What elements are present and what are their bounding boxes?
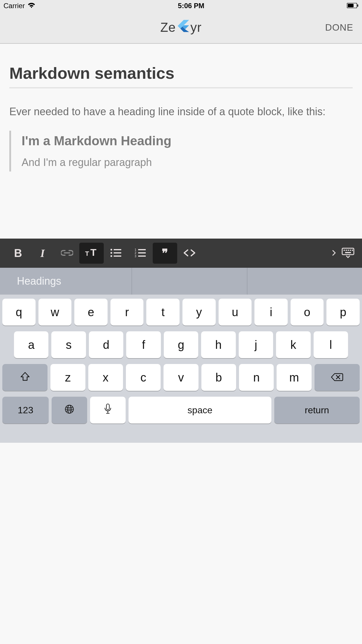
code-icon	[183, 249, 196, 258]
key-h[interactable]: h	[201, 331, 236, 358]
toolbar-expand-button[interactable]	[328, 243, 340, 264]
key-x[interactable]: x	[88, 364, 123, 391]
key-r[interactable]: r	[110, 299, 144, 326]
numbered-list-icon: 123	[135, 248, 146, 258]
key-t[interactable]: t	[146, 299, 180, 326]
svg-point-12	[110, 255, 112, 257]
keyboard-row-3: z x c v b n m	[2, 364, 360, 391]
svg-rect-26	[345, 252, 351, 253]
svg-rect-25	[352, 250, 353, 251]
key-shift[interactable]	[2, 364, 48, 391]
svg-rect-22	[346, 250, 347, 251]
italic-button[interactable]: I	[30, 243, 55, 264]
text-style-icon: T T	[85, 248, 99, 259]
quote-button[interactable]: ❞	[153, 243, 177, 264]
suggestion-1[interactable]	[132, 268, 247, 295]
quote-icon: ❞	[162, 250, 168, 256]
microphone-icon	[104, 403, 112, 417]
svg-rect-13	[114, 256, 121, 257]
keyboard-row-4: 123 space return	[2, 397, 360, 424]
blockquote-paragraph[interactable]: And I'm a regular paragraph	[22, 156, 353, 169]
key-m[interactable]: m	[277, 364, 311, 391]
svg-rect-21	[344, 250, 345, 251]
status-time: 5:06 PM	[178, 2, 204, 10]
globe-icon	[64, 404, 74, 417]
hide-keyboard-button[interactable]	[340, 243, 356, 264]
text-style-button[interactable]: T T	[79, 243, 104, 264]
svg-text:T: T	[85, 250, 89, 257]
key-u[interactable]: u	[219, 299, 252, 326]
keyboard-row-1: q w e r t y u i o p	[2, 299, 360, 326]
editor[interactable]: Markdown semantics Ever needed to have a…	[0, 44, 362, 239]
key-s[interactable]: s	[51, 331, 86, 358]
key-a[interactable]: a	[14, 331, 48, 358]
svg-text:3: 3	[135, 255, 136, 258]
key-g[interactable]: g	[164, 331, 198, 358]
key-z[interactable]: z	[50, 364, 85, 391]
status-bar: Carrier 5:06 PM	[0, 0, 362, 12]
key-l[interactable]: l	[314, 331, 348, 358]
svg-rect-17	[138, 252, 146, 253]
done-button[interactable]: DONE	[325, 22, 353, 33]
key-w[interactable]: w	[38, 299, 72, 326]
app-title-prefix: Ze	[160, 20, 176, 35]
suggestion-2[interactable]	[247, 268, 362, 295]
chevron-right-icon	[332, 250, 336, 257]
key-f[interactable]: f	[126, 331, 161, 358]
key-p[interactable]: p	[326, 299, 360, 326]
svg-text:T: T	[90, 248, 96, 258]
carrier-label: Carrier	[3, 2, 25, 10]
status-left: Carrier	[3, 2, 35, 10]
doc-intro-paragraph[interactable]: Ever needed to have a heading line insid…	[9, 104, 353, 119]
italic-icon: I	[41, 247, 45, 260]
bold-icon: B	[14, 247, 22, 260]
key-y[interactable]: y	[182, 299, 216, 326]
key-n[interactable]: n	[239, 364, 274, 391]
svg-rect-2	[357, 4, 358, 7]
link-button[interactable]	[55, 243, 79, 264]
svg-rect-20	[342, 248, 354, 255]
suggestion-bar: Headings	[0, 268, 362, 295]
svg-rect-23	[348, 250, 349, 251]
key-return[interactable]: return	[274, 397, 360, 424]
link-icon	[61, 249, 73, 257]
svg-point-8	[110, 249, 112, 251]
keyboard-row-2: a s d f g h j k l	[2, 331, 360, 358]
key-o[interactable]: o	[291, 299, 324, 326]
code-button[interactable]	[177, 243, 202, 264]
key-c[interactable]: c	[126, 364, 161, 391]
key-q[interactable]: q	[2, 299, 36, 326]
numbered-list-button[interactable]: 123	[128, 243, 153, 264]
svg-rect-30	[106, 404, 109, 410]
svg-rect-24	[350, 250, 351, 251]
suggestion-0[interactable]: Headings	[0, 268, 132, 295]
svg-point-10	[110, 252, 112, 254]
blockquote[interactable]: I'm a Markdown Heading And I'm a regular…	[9, 131, 353, 172]
key-v[interactable]: v	[164, 364, 198, 391]
svg-rect-19	[138, 256, 146, 257]
hide-keyboard-icon	[342, 248, 354, 259]
key-j[interactable]: j	[239, 331, 273, 358]
backspace-icon	[331, 371, 343, 384]
svg-text:2: 2	[135, 251, 136, 255]
bulleted-list-icon	[110, 248, 122, 258]
nav-bar: Ze yr DONE	[0, 12, 362, 44]
blockquote-heading[interactable]: I'm a Markdown Heading	[22, 134, 353, 148]
key-i[interactable]: i	[254, 299, 288, 326]
key-numbers[interactable]: 123	[2, 397, 49, 424]
key-space[interactable]: space	[129, 397, 271, 424]
key-backspace[interactable]	[314, 364, 360, 391]
key-dictation[interactable]	[90, 397, 126, 424]
bulleted-list-button[interactable]	[104, 243, 128, 264]
key-e[interactable]: e	[74, 299, 108, 326]
app-title: Ze yr	[160, 19, 202, 36]
svg-rect-9	[114, 249, 121, 250]
key-globe[interactable]	[52, 397, 87, 424]
format-toolbar: B I T T 123 ❞	[0, 239, 362, 268]
key-b[interactable]: b	[201, 364, 236, 391]
doc-heading[interactable]: Markdown semantics	[9, 64, 353, 88]
bold-button[interactable]: B	[6, 243, 30, 264]
key-k[interactable]: k	[276, 331, 310, 358]
key-d[interactable]: d	[89, 331, 123, 358]
status-right	[347, 2, 359, 10]
